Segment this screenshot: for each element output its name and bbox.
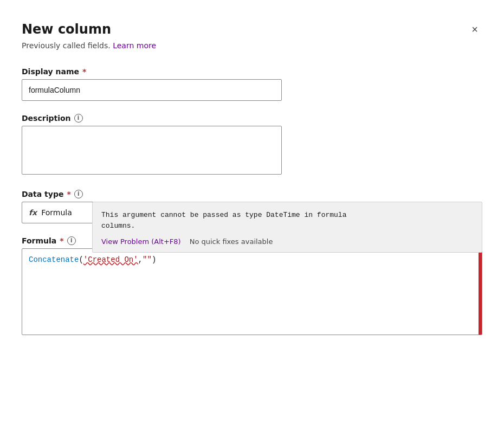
formula-required: *	[60, 236, 63, 245]
data-type-required: *	[67, 190, 70, 198]
display-name-group: Display name *	[22, 67, 482, 101]
data-type-info-icon[interactable]: i	[74, 190, 83, 198]
error-line-2: columns.	[101, 221, 473, 232]
description-label: Description i	[22, 114, 482, 123]
display-name-input[interactable]	[22, 79, 282, 101]
panel-subtitle: Previously called fields. Learn more	[22, 41, 482, 50]
error-popup: This argument cannot be passed as type D…	[92, 202, 482, 253]
formula-open-paren: (	[79, 255, 83, 264]
display-name-label: Display name *	[22, 67, 482, 76]
display-name-required: *	[82, 67, 86, 76]
no-fixes-text: No quick fixes available	[190, 237, 273, 246]
data-type-label: Data type * i	[22, 190, 482, 198]
subtitle-text: Previously called fields.	[22, 41, 111, 50]
learn-more-link[interactable]: Learn more	[113, 41, 156, 50]
description-group: Description i	[22, 114, 482, 177]
panel-header: New column ×	[22, 22, 482, 37]
fx-icon: fx	[29, 208, 37, 217]
formula-content: Concatenate('Created On',"")	[29, 255, 475, 264]
formula-string-arg: 'Created On'	[83, 255, 138, 264]
data-type-value: Formula	[41, 208, 72, 217]
formula-function: Concatenate	[29, 255, 79, 264]
panel-title: New column	[22, 22, 111, 37]
formula-empty-string: ""	[143, 255, 152, 264]
error-actions: View Problem (Alt+F8) No quick fixes ava…	[101, 237, 473, 246]
data-type-container: fx Formula This argument cannot be passe…	[22, 202, 482, 223]
data-type-group: Data type * i fx Formula This argument c…	[22, 190, 482, 223]
formula-close-paren: )	[152, 255, 156, 264]
formula-comma: ,	[138, 255, 143, 264]
description-input[interactable]	[22, 126, 282, 175]
new-column-panel: New column × Previously called fields. L…	[0, 0, 504, 424]
description-info-icon[interactable]: i	[74, 114, 83, 123]
error-line-1: This argument cannot be passed as type D…	[101, 210, 473, 221]
formula-info-icon[interactable]: i	[67, 236, 76, 245]
formula-editor[interactable]: Concatenate('Created On',"")	[22, 248, 482, 335]
close-button[interactable]: ×	[467, 22, 482, 37]
error-red-bar	[479, 249, 482, 335]
error-message: This argument cannot be passed as type D…	[101, 210, 473, 231]
view-problem-link[interactable]: View Problem (Alt+F8)	[101, 237, 181, 246]
